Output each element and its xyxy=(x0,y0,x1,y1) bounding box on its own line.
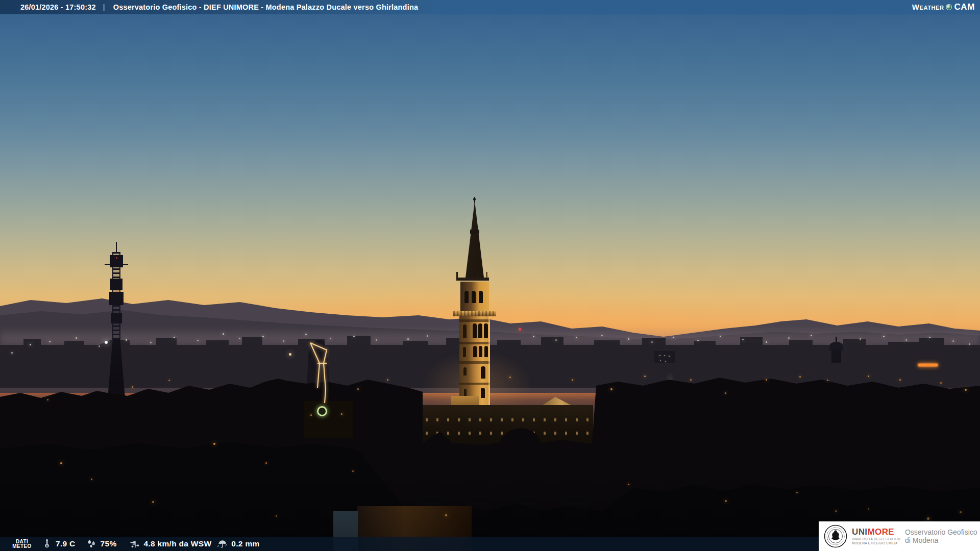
lit-sign-streak xyxy=(918,363,938,367)
weathercam-dot-icon xyxy=(946,4,952,10)
unimore-more: MORE xyxy=(867,527,894,537)
thermometer-icon xyxy=(42,538,52,549)
observatory-name-line1: Osservatorio Geofisico xyxy=(905,528,977,536)
unimore-subtitle: UNIVERSITÀ DEGLI STUDI DI MODENA E REGGI… xyxy=(852,537,900,545)
temperature-value: 7.9 C xyxy=(56,539,76,548)
caption-separator: | xyxy=(103,3,105,11)
timestamp: 26/01/2026 - 17:50:32 xyxy=(20,3,96,11)
weathercam-cam-label: CAM xyxy=(954,2,975,12)
unimore-seal xyxy=(824,524,847,548)
unimore-wordmark: UNIMORE UNIVERSITÀ DEGLI STUDI DI MODENA… xyxy=(852,528,900,545)
humidity-value: 75% xyxy=(101,539,117,548)
wind-reading: 4.8 km/h da WSW xyxy=(128,538,212,549)
unimore-seal-icon xyxy=(824,524,847,548)
umbrella-icon xyxy=(216,538,228,549)
church-clock xyxy=(317,406,327,416)
rain-reading: 0.2 mm xyxy=(216,538,259,549)
foreground-rooftops xyxy=(0,0,980,551)
observatory-name: Osservatorio Geofisico di Modena xyxy=(905,528,977,544)
rain-value: 0.2 mm xyxy=(231,539,259,548)
top-info-bar: 26/01/2026 - 17:50:32 | Osservatorio Geo… xyxy=(0,0,980,14)
wind-vane-icon xyxy=(128,538,140,549)
unimore-subtitle-line1: UNIVERSITÀ DEGLI STUDI DI xyxy=(852,537,900,541)
webcam-frame: 26/01/2026 - 17:50:32 | Osservatorio Geo… xyxy=(0,0,980,551)
temperature-reading: 7.9 C xyxy=(42,538,76,549)
unimore-name: UNIMORE xyxy=(852,528,900,536)
meteo-label: DATI METEO xyxy=(9,539,35,548)
city-scene xyxy=(0,0,980,551)
humidity-icon xyxy=(86,538,97,549)
weathercam-weather-label: Weather xyxy=(912,3,944,11)
camera-caption: 26/01/2026 - 17:50:32 | Osservatorio Geo… xyxy=(0,3,418,11)
camera-title: Osservatorio Geofisico - DIEF UNIMORE - … xyxy=(113,3,419,11)
clock-building xyxy=(304,401,353,438)
meteo-label-line2: METEO xyxy=(9,544,35,548)
wind-value: 4.8 km/h da WSW xyxy=(144,539,212,548)
unimore-logo-box: UNIMORE UNIVERSITÀ DEGLI STUDI DI MODENA… xyxy=(819,521,980,551)
unimore-subtitle-line2: MODENA E REGGIO EMILIA xyxy=(852,541,900,545)
observatory-name-line2: di Modena xyxy=(905,536,977,544)
weathercam-logo: Weather CAM xyxy=(912,2,975,12)
unimore-uni: UNI xyxy=(852,527,867,537)
humidity-reading: 75% xyxy=(86,538,117,549)
